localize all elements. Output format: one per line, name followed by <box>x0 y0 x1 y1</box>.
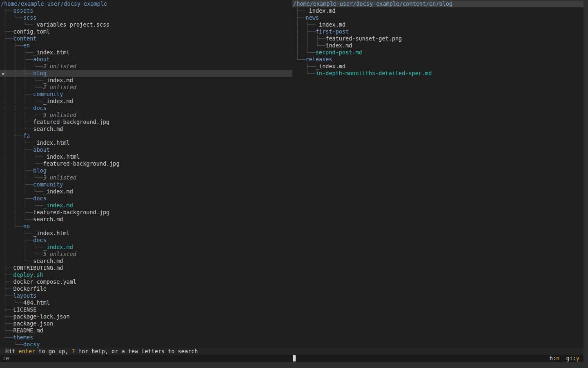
tree-row[interactable]: │ │ ├──blog <box>0 167 292 174</box>
tree-row[interactable]: │ │ └──index.md <box>292 42 584 49</box>
dir-name: about <box>33 146 50 153</box>
tree-branch: │ │ │ └── <box>0 63 43 70</box>
tree-branch: │ └── <box>0 14 23 21</box>
tree-row[interactable]: ├──content <box>0 35 292 42</box>
tree-row[interactable]: │ │ └──5 unlisted <box>0 251 292 258</box>
dir-name: blog <box>33 70 47 76</box>
tree-row[interactable]: │ │ ├──featured-background.jpg <box>0 209 292 216</box>
tree-row[interactable]: │ │ │ └──_index.md <box>0 188 292 195</box>
tree-branch: │ │ └── <box>292 42 325 49</box>
tree-row[interactable]: ├──layouts <box>0 292 292 299</box>
tree-row[interactable]: └──themes <box>0 334 292 341</box>
tree-row[interactable]: │ ├──docs <box>0 237 292 244</box>
tree-row[interactable]: │ │ ├──about <box>0 146 292 153</box>
file-name: featured-background.jpg <box>33 209 109 215</box>
tree-row[interactable]: ├──_index.md <box>292 7 584 14</box>
tree-row[interactable]: │ │ ├──_index.md <box>0 244 292 251</box>
tree-row[interactable]: │ │ │ └──featured-background.jpg <box>0 160 292 167</box>
tree-row[interactable]: ├──_index.md <box>292 63 584 70</box>
dir-name: news <box>306 14 319 21</box>
dir-name: about <box>33 56 50 63</box>
tree-row[interactable]: │ │ ├──about <box>0 56 292 63</box>
tree-row[interactable]: │ └──second-post.md <box>292 49 584 56</box>
tree-row[interactable]: ├──assets <box>0 7 292 14</box>
tree-row[interactable]: │ └──scss <box>0 14 292 21</box>
tree-row[interactable]: │ ├──first-post <box>292 28 584 35</box>
tree-row[interactable]: │ │ │ ├──_index.html <box>0 153 292 160</box>
tree-row[interactable]: │ └──404.html <box>0 299 292 306</box>
tree-row[interactable]: ├──README.md <box>0 327 292 334</box>
tree-row[interactable]: │ │ ├──community <box>0 181 292 188</box>
tree-row[interactable]: │ │ │ └──2 unlisted <box>0 84 292 91</box>
dir-name: content <box>13 35 37 42</box>
tree-row[interactable]: └──docsy <box>0 341 292 348</box>
tree-branch: │ │ ├── <box>0 167 33 174</box>
file-name: package.json <box>13 320 53 327</box>
tree-row[interactable]: ▶ │ │ ├──blog <box>0 70 292 77</box>
file-name: in-depth-monoliths-detailed-spec.md <box>316 70 432 76</box>
status-text-segment: for help, or a few letters to search <box>75 348 198 355</box>
file-name: _index.html <box>33 230 69 236</box>
tree-branch: │ │ ├── <box>0 119 33 125</box>
file-name: 2 unlisted <box>43 63 76 70</box>
tree-row[interactable]: │ │ ├──docs <box>0 105 292 112</box>
dir-name: docs <box>33 105 47 111</box>
command-input-bar[interactable]: :e h:n gi:y <box>0 355 584 362</box>
tree-branch: │ │ │ └── <box>0 202 43 209</box>
tree-row[interactable]: │ │ ├──featured-background.jpg <box>0 119 292 126</box>
tree-row[interactable]: │ │ │ └──_index.md <box>0 202 292 209</box>
tree-row[interactable]: │ │ └──search.md <box>0 216 292 223</box>
tree-row[interactable]: │ │ └──search.md <box>0 126 292 132</box>
tree-branch: ├── <box>0 306 13 313</box>
tree-row[interactable]: │ │ ├──_index.html <box>0 49 292 56</box>
tree-row[interactable]: ├──LICENSE <box>0 306 292 313</box>
file-name: _variables_project.scss <box>33 21 109 28</box>
tree-branch: ├── <box>0 35 13 42</box>
right-panel-path: /home/example-user/docsy-example/content… <box>292 0 584 7</box>
tree-row[interactable]: │ └──no <box>0 223 292 230</box>
tree-branch: └── <box>292 70 316 76</box>
tree-branch: │ └── <box>0 299 23 306</box>
tree-row[interactable]: │ │ │ └──2 unlisted <box>0 63 292 70</box>
command-input-value[interactable]: :e <box>2 355 9 362</box>
tree-row[interactable]: │ └──search.md <box>0 258 292 265</box>
tree-row[interactable]: └──in-depth-monoliths-detailed-spec.md <box>292 70 584 77</box>
tree-row[interactable]: ├──deploy.sh <box>0 272 292 278</box>
dir-name: docsy <box>23 341 40 348</box>
file-name: index.md <box>325 42 352 49</box>
tree-row[interactable]: │ ├──_index.md <box>292 21 584 28</box>
tree-row[interactable]: ├──docker-compose.yaml <box>0 278 292 285</box>
tree-row[interactable]: ├──package.json <box>0 320 292 327</box>
tree-row[interactable]: │ │ ├──featured-sunset-get.png <box>292 35 584 42</box>
tree-branch: │ ├── <box>0 132 23 139</box>
dir-name: blog <box>33 167 47 174</box>
tree-branch: │ │ │ └── <box>0 188 43 195</box>
tree-row[interactable]: ├──Dockerfile <box>0 285 292 292</box>
tree-row[interactable]: ├──CONTRIBUTING.md <box>0 265 292 272</box>
tree-branch: ├── <box>0 292 13 299</box>
tree-branch: │ ├── <box>292 21 316 28</box>
tree-row[interactable]: │ │ ├──community <box>0 91 292 98</box>
tree-row[interactable]: │ ├──en <box>0 42 292 49</box>
file-name: _index.html <box>33 49 69 56</box>
tree-row[interactable]: ├──package-lock.json <box>0 313 292 320</box>
tree-row[interactable]: │ │ ├──docs <box>0 195 292 202</box>
tree-branch: │ ├── <box>0 230 33 236</box>
tree-row[interactable]: │ │ │ └──9 unlisted <box>0 112 292 119</box>
tree-row[interactable]: │ │ │ └──3 unlisted <box>0 174 292 181</box>
tree-row[interactable]: ├──config.toml <box>0 28 292 35</box>
file-name: _index.md <box>43 77 73 83</box>
tree-row[interactable]: └──releases <box>292 56 584 63</box>
tree-branch: │ │ ├── <box>0 181 33 188</box>
right-tree: ├──_index.md ├──news │ ├──_index.md │ ├─… <box>292 7 584 77</box>
tree-row[interactable]: │ │ │ ├──_index.md <box>0 77 292 84</box>
tree-row[interactable]: │ │ ├──_index.html <box>0 139 292 146</box>
tree-row[interactable]: │ │ │ └──_index.md <box>0 98 292 105</box>
dir-name: first-post <box>316 28 349 35</box>
tree-row[interactable]: │ ├──_index.html <box>0 230 292 237</box>
tree-row[interactable]: ├──news <box>292 14 584 21</box>
tree-row[interactable]: │ ├──fa <box>0 132 292 139</box>
file-name: _index.md <box>43 188 73 195</box>
tree-row[interactable]: │ └──_variables_project.scss <box>0 21 292 28</box>
status-text-segment: to go up, <box>35 348 71 355</box>
